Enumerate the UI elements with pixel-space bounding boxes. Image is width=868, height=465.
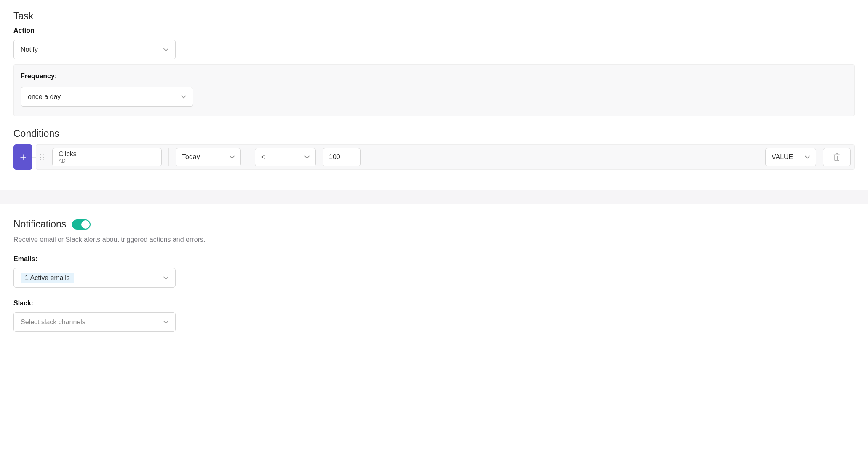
metric-name: Clicks [59,150,155,158]
divider [168,148,169,166]
trash-icon [833,153,841,161]
emails-label: Emails: [13,255,855,263]
chevron-down-icon [163,321,168,324]
chevron-down-icon [805,155,810,159]
notifications-heading: Notifications [13,219,855,230]
chevron-down-icon [163,276,168,280]
divider [248,148,248,166]
action-value: Notify [21,46,38,53]
section-divider [0,190,868,204]
condition-row: Clicks AD Today < VALUE [36,144,855,170]
frequency-label: Frequency: [21,72,847,80]
chevron-down-icon [230,155,235,159]
frequency-card: Frequency: once a day [13,64,855,116]
frequency-select[interactable]: once a day [21,87,193,107]
slack-label: Slack: [13,299,855,307]
operator-value: < [261,153,265,161]
action-select[interactable]: Notify [13,40,176,59]
connector-line [32,157,36,158]
metric-level: AD [59,158,155,164]
plus-icon [20,154,26,160]
frequency-value: once a day [28,93,61,101]
emails-select[interactable]: 1 Active emails [13,268,176,288]
notifications-toggle[interactable] [72,219,91,230]
value-input[interactable] [323,148,361,166]
add-condition-button[interactable] [13,144,32,170]
notifications-title: Notifications [13,219,66,230]
timeframe-select[interactable]: Today [176,148,241,166]
value-type-select[interactable]: VALUE [765,148,816,166]
slack-placeholder: Select slack channels [21,318,85,326]
chevron-down-icon [181,95,186,99]
timeframe-value: Today [182,153,200,161]
metric-select[interactable]: Clicks AD [52,148,162,166]
task-heading: Task [13,11,855,22]
action-label: Action [13,27,855,35]
conditions-row-container: Clicks AD Today < VALUE [13,144,855,170]
notifications-helper: Receive email or Slack alerts about trig… [13,236,855,243]
slack-select[interactable]: Select slack channels [13,312,176,332]
operator-select[interactable]: < [255,148,316,166]
delete-condition-button[interactable] [823,148,851,166]
chevron-down-icon [304,155,310,159]
emails-tag: 1 Active emails [21,273,74,283]
value-type-value: VALUE [772,153,793,161]
conditions-heading: Conditions [13,128,855,139]
drag-handle-icon[interactable] [40,154,45,160]
chevron-down-icon [163,48,168,51]
